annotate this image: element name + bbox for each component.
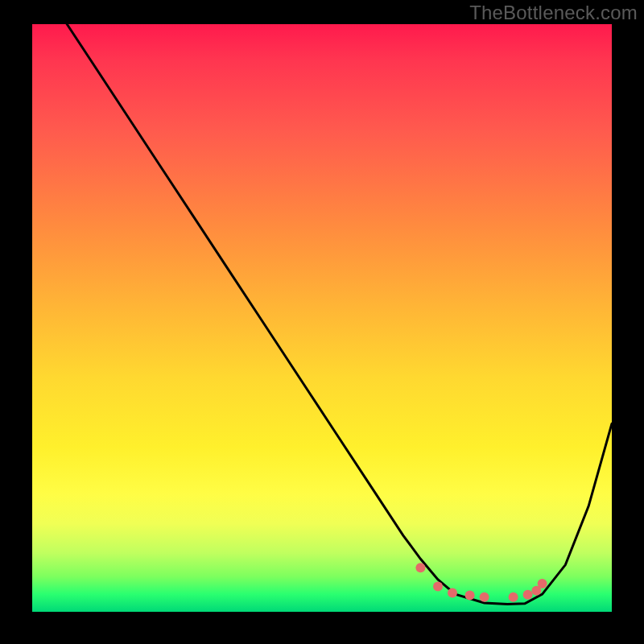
plot-area (32, 24, 612, 612)
data-point (538, 579, 547, 588)
data-point (433, 582, 443, 592)
curve-line (67, 24, 612, 605)
data-point (480, 592, 489, 602)
data-point (509, 592, 518, 602)
chart-svg (32, 24, 612, 612)
data-point (465, 591, 475, 601)
data-point (523, 590, 533, 600)
dot-group (415, 563, 547, 602)
data-point (448, 588, 457, 598)
watermark-text: TheBottleneck.com (469, 2, 638, 24)
data-point (415, 563, 425, 572)
chart-frame: TheBottleneck.com (0, 0, 644, 644)
